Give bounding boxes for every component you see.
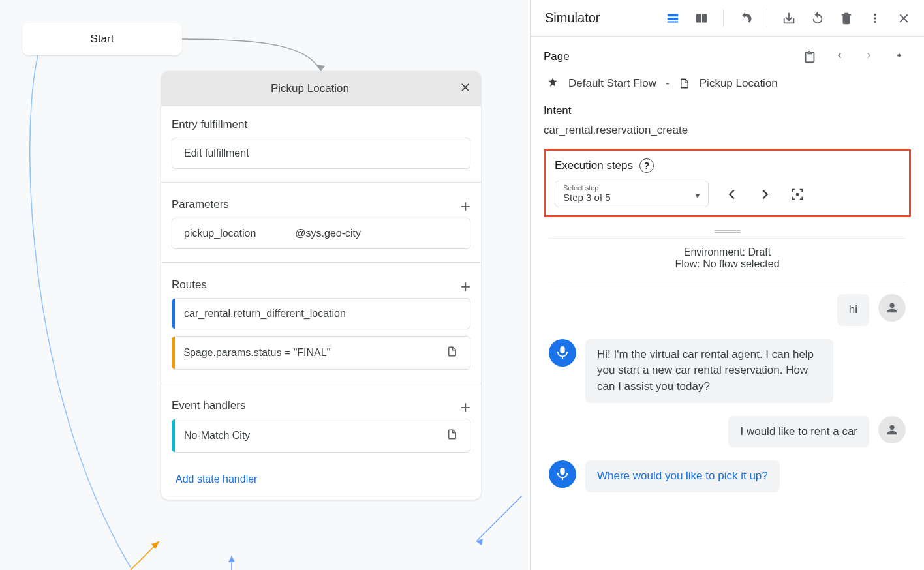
breadcrumb-sep: - (666, 77, 670, 90)
view-conversation-icon[interactable] (662, 7, 684, 29)
agent-message-row: Where would you like to pick it up? (549, 460, 906, 492)
simulator-title: Simulator (545, 10, 655, 25)
intent-value: car_rental.reservation_create (544, 120, 911, 149)
page-card: Pickup Location Entry fulfillment Edit f… (161, 71, 481, 500)
agent-avatar-icon (549, 339, 576, 367)
parameters-section: Parameters + pickup_location @sys.geo-ci… (161, 187, 481, 258)
svg-point-4 (796, 192, 799, 196)
user-avatar-icon (878, 294, 906, 322)
event-handlers-heading: Event handlers (172, 395, 245, 419)
add-route-icon[interactable]: + (461, 278, 470, 295)
agent-message-row: Hi! I'm the virtual car rental agent. I … (549, 339, 906, 403)
env-line-2: Flow: No flow selected (549, 258, 906, 270)
add-parameter-icon[interactable]: + (461, 198, 470, 215)
execution-steps-highlight: Execution steps ? Select step Step 3 of … (544, 149, 911, 217)
edit-fulfillment-label: Edit fulfillment (184, 147, 249, 159)
route-stripe-condition (172, 337, 175, 369)
start-node-label: Start (91, 33, 114, 46)
view-side-by-side-icon[interactable] (690, 7, 713, 29)
simulator-panel: Simulator Page Default Start Flow - Pic (530, 0, 924, 570)
page-transition-icon (446, 428, 458, 443)
entry-fulfillment-section: Entry fulfillment Edit fulfillment (161, 106, 481, 178)
svg-marker-1 (476, 539, 483, 545)
user-avatar-icon (878, 416, 906, 443)
user-message-row: hi (549, 294, 906, 326)
collapse-icon[interactable] (887, 48, 911, 66)
page-transition-icon (446, 346, 458, 360)
route-row-1[interactable]: car_rental.return_different_location (172, 298, 470, 329)
page-name[interactable]: Pickup Location (700, 77, 778, 90)
parameters-heading: Parameters (172, 194, 229, 218)
step-select[interactable]: Select step Step 3 of 5 ▼ (555, 181, 709, 207)
help-icon[interactable]: ? (639, 158, 654, 173)
page-title: Pickup Location (161, 82, 459, 95)
svg-marker-3 (228, 556, 235, 562)
drag-handle[interactable] (715, 230, 741, 233)
close-simulator-icon[interactable] (893, 7, 915, 29)
add-event-handler-icon[interactable]: + (461, 398, 470, 415)
intent-label: Intent (544, 102, 911, 120)
event-handler-label: No-Match City (184, 430, 250, 442)
next-page-icon[interactable] (857, 48, 881, 66)
page-label: Page (544, 50, 570, 63)
svg-marker-0 (317, 65, 325, 71)
prev-step-icon[interactable] (723, 185, 741, 203)
event-handlers-section: Event handlers + No-Match City (161, 387, 481, 462)
prev-page-icon[interactable] (827, 48, 851, 66)
chat-log: hi Hi! I'm the virtual car rental agent.… (544, 294, 911, 492)
agent-avatar-icon (549, 460, 576, 488)
execution-steps-heading: Execution steps (555, 159, 633, 172)
start-node[interactable]: Start (22, 23, 182, 55)
undo-icon[interactable] (734, 7, 756, 29)
agent-message-2: Where would you like to pick it up? (585, 460, 780, 492)
user-message-2: I would like to rent a car (728, 416, 869, 448)
delete-icon[interactable] (835, 7, 857, 29)
clipboard-icon[interactable] (799, 46, 821, 68)
close-icon[interactable] (459, 81, 472, 97)
flow-canvas[interactable]: Start Pickup Location Entry fulfillment … (0, 0, 529, 570)
chevron-down-icon: ▼ (694, 191, 701, 200)
parameter-row[interactable]: pickup_location @sys.geo-city (172, 218, 470, 249)
more-icon[interactable] (864, 7, 886, 29)
route-stripe-intent (172, 299, 175, 329)
focus-icon[interactable] (788, 185, 807, 203)
add-state-handler-button[interactable]: Add state handler (161, 462, 271, 500)
parameter-name: pickup_location (184, 228, 256, 239)
env-line-1: Environment: Draft (549, 247, 906, 258)
event-stripe (172, 419, 175, 452)
route-1-label: car_rental.return_different_location (184, 308, 346, 320)
routes-heading: Routes (172, 275, 207, 298)
environment-info: Environment: Draft Flow: No flow selecte… (549, 238, 906, 282)
page-card-header: Pickup Location (161, 71, 481, 106)
parameter-entity: @sys.geo-city (295, 228, 361, 239)
step-select-value: Step 3 of 5 (563, 192, 700, 203)
route-2-label: $page.params.status = "FINAL" (184, 347, 330, 359)
event-handler-row[interactable]: No-Match City (172, 419, 470, 453)
user-message-row: I would like to rent a car (549, 416, 906, 448)
route-row-2[interactable]: $page.params.status = "FINAL" (172, 336, 470, 370)
flow-name[interactable]: Default Start Flow (568, 77, 656, 90)
save-icon[interactable] (778, 7, 800, 29)
svg-marker-2 (151, 541, 159, 549)
step-select-hint: Select step (563, 184, 700, 192)
routes-section: Routes + car_rental.return_different_loc… (161, 267, 481, 379)
agent-message-1: Hi! I'm the virtual car rental agent. I … (585, 339, 833, 403)
replay-icon[interactable] (807, 7, 829, 29)
page-breadcrumb: Default Start Flow - Pickup Location (544, 70, 911, 102)
entry-fulfillment-heading: Entry fulfillment (172, 114, 470, 138)
next-step-icon[interactable] (756, 185, 774, 203)
simulator-toolbar: Simulator (531, 0, 924, 37)
edit-fulfillment-button[interactable]: Edit fulfillment (172, 138, 470, 169)
user-message-1: hi (837, 294, 869, 326)
